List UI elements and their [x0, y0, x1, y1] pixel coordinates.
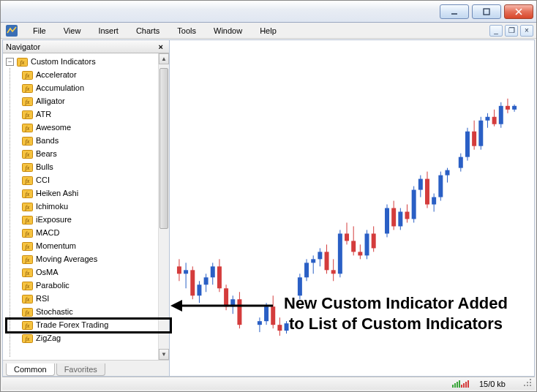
svg-rect-148 — [530, 379, 531, 380]
indicator-icon: fx — [22, 83, 33, 93]
indicator-icon: fx — [22, 293, 33, 304]
svg-rect-136 — [499, 106, 503, 124]
tree-item[interactable]: fxCCI — [6, 173, 158, 186]
tree-item[interactable]: fxBulls — [6, 160, 158, 173]
menu-window[interactable]: Window — [205, 25, 251, 37]
menu-charts[interactable]: Charts — [127, 25, 168, 37]
navigator-tree-area: − fx Custom Indicators fxAcceleratorfxAc… — [3, 53, 169, 360]
tree-item[interactable]: fxIchimoku — [6, 200, 158, 213]
resize-grip-icon[interactable] — [524, 379, 533, 388]
menu-tools[interactable]: Tools — [168, 25, 205, 37]
tree-item[interactable]: fxAlligator — [6, 94, 158, 108]
svg-rect-98 — [358, 252, 362, 255]
menu-help[interactable]: Help — [251, 25, 285, 37]
status-network-text: 15/0 kb — [479, 380, 506, 388]
tree-item[interactable]: fxAwesome — [6, 121, 158, 134]
indicator-icon: fx — [22, 333, 33, 343]
tree-item[interactable]: fxParabolic — [6, 279, 158, 292]
tree-root-item[interactable]: − fx Custom Indicators — [6, 55, 158, 68]
tree-item[interactable]: fxMomentum — [6, 239, 158, 252]
tree-item[interactable]: fxHeiken Ashi — [6, 186, 158, 200]
indicator-icon: fx — [22, 227, 33, 238]
svg-rect-64 — [224, 288, 228, 306]
tree-item-label: OsMA — [36, 268, 59, 276]
indicator-icon: fx — [22, 306, 33, 317]
tree-item[interactable]: fxMACD — [6, 226, 158, 239]
navigator-scrollbar[interactable]: ▲ ▼ — [158, 53, 169, 360]
svg-rect-70 — [258, 321, 262, 325]
tree-item[interactable]: fxOsMA — [6, 265, 158, 279]
tree-item[interactable]: fxATR — [6, 108, 158, 121]
navigator-close-button[interactable]: × — [156, 42, 166, 51]
tree-item-label: ZigZag — [36, 333, 61, 342]
svg-rect-143 — [530, 385, 531, 386]
indicator-icon: fx — [22, 109, 33, 119]
minimize-button[interactable] — [440, 4, 469, 19]
menu-view[interactable]: View — [55, 25, 90, 37]
tree-item-label: Moving Averages — [36, 255, 97, 263]
scroll-down-button[interactable]: ▼ — [159, 349, 169, 360]
svg-text:fx: fx — [26, 244, 30, 250]
indicator-icon: fx — [22, 254, 33, 264]
svg-rect-110 — [405, 211, 410, 219]
tree-item-label: Bears — [36, 149, 57, 158]
tree-item[interactable]: fxiExposure — [6, 213, 158, 226]
indicator-icon: fx — [22, 162, 33, 172]
tree-item[interactable]: fxBands — [6, 134, 158, 147]
svg-text:fx: fx — [26, 112, 30, 118]
svg-rect-112 — [412, 190, 416, 219]
svg-rect-126 — [465, 132, 470, 157]
svg-rect-145 — [530, 382, 531, 383]
scroll-up-button[interactable]: ▲ — [159, 53, 169, 64]
svg-text:fx: fx — [26, 151, 30, 158]
tree-item-label: Heiken Ashi — [36, 189, 78, 197]
tab-common[interactable]: Common — [6, 363, 55, 376]
maximize-button[interactable] — [472, 4, 501, 19]
svg-rect-130 — [478, 121, 483, 146]
tree-item-label: Momentum — [36, 241, 76, 250]
close-button[interactable] — [504, 4, 533, 19]
svg-rect-58 — [204, 277, 209, 284]
tree-item[interactable]: fxRSI — [6, 292, 158, 305]
tree-item[interactable]: fxTrade Forex Trading — [6, 318, 158, 331]
svg-rect-88 — [325, 252, 329, 270]
tree-item[interactable]: fxMoving Averages — [6, 252, 158, 265]
svg-rect-92 — [338, 233, 342, 274]
collapse-icon[interactable]: − — [6, 58, 14, 66]
scroll-thumb[interactable] — [159, 68, 168, 229]
indicator-icon: fx — [22, 320, 33, 330]
tree-item[interactable]: fxBears — [6, 147, 158, 160]
app-window: File View Insert Charts Tools Window Hel… — [0, 0, 537, 392]
tree-item[interactable]: fxZigZag — [6, 331, 158, 344]
svg-rect-138 — [506, 106, 510, 110]
connection-bars-icon — [452, 380, 469, 388]
svg-rect-100 — [365, 233, 369, 255]
mdi-minimize-button[interactable]: _ — [489, 25, 503, 37]
window-titlebar — [1, 1, 536, 23]
svg-text:fx: fx — [26, 99, 30, 105]
tab-favorites[interactable]: Favorites — [56, 363, 105, 376]
svg-rect-82 — [304, 263, 309, 277]
tree-item-label: Alligator — [36, 97, 65, 105]
tree-item[interactable]: fxStochastic — [6, 305, 158, 318]
mdi-close-button[interactable]: × — [520, 25, 533, 37]
menu-file[interactable]: File — [24, 25, 55, 37]
mdi-restore-button[interactable]: ❐ — [505, 25, 518, 37]
tree-item[interactable]: fxAccumulation — [6, 81, 158, 94]
indicator-icon: fx — [22, 122, 33, 132]
tree-item-label: Stochastic — [36, 307, 73, 316]
app-icon — [5, 24, 18, 37]
svg-rect-68 — [237, 299, 241, 325]
menu-insert[interactable]: Insert — [89, 25, 127, 37]
tree-item[interactable]: fxAccelerator — [6, 68, 158, 81]
navigator-titlebar: Navigator × — [3, 40, 169, 53]
tree-item-label: iExposure — [36, 215, 72, 224]
tree-item-label: Awesome — [36, 123, 71, 132]
indicator-icon: fx — [22, 69, 33, 80]
svg-rect-122 — [445, 170, 449, 176]
navigator-tree[interactable]: − fx Custom Indicators fxAcceleratorfxAc… — [3, 53, 158, 360]
svg-text:fx: fx — [26, 283, 30, 290]
svg-rect-90 — [331, 270, 336, 274]
svg-rect-128 — [472, 132, 476, 146]
svg-text:fx: fx — [26, 191, 30, 197]
